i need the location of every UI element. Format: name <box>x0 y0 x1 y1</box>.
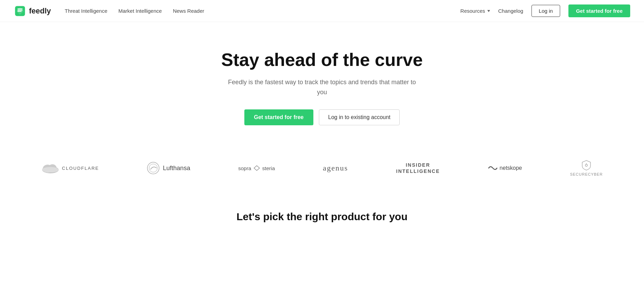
cloudflare-logo: CLOUDFLARE <box>41 163 99 173</box>
netskope-logo: netskope <box>488 165 522 172</box>
svg-point-6 <box>149 164 157 172</box>
logo-text: feedly <box>29 7 51 16</box>
logos-section: CLOUDFLARE Lufthansa sopra steria agenus… <box>0 146 644 197</box>
nav-news-reader[interactable]: News Reader <box>173 8 204 14</box>
sopra-steria-icon <box>253 165 260 171</box>
logo-link[interactable]: feedly <box>14 5 51 17</box>
navbar: feedly Threat Intelligence Market Intell… <box>0 0 644 22</box>
hero-heading: Stay ahead of the curve <box>221 50 423 70</box>
chevron-down-icon <box>487 10 490 12</box>
sopra-steria-name: sopra <box>238 165 251 171</box>
securecyber-logo: SECURECYBER <box>570 160 603 176</box>
sopra-steria-logo: sopra steria <box>238 165 275 171</box>
nav-right: Resources Changelog Log in Get started f… <box>460 4 630 17</box>
nav-market-intelligence[interactable]: Market Intelligence <box>118 8 162 14</box>
resources-label: Resources <box>460 8 485 14</box>
get-started-hero-button[interactable]: Get started for free <box>244 109 313 125</box>
netskope-icon <box>488 165 498 172</box>
resources-dropdown[interactable]: Resources <box>460 8 490 14</box>
lufthansa-name: Lufthansa <box>163 165 190 172</box>
bottom-heading: Let's pick the right product for you <box>14 211 630 223</box>
agenus-name: agenus <box>323 164 348 173</box>
nav-links: Threat Intelligence Market Intelligence … <box>65 8 204 14</box>
hero-subheading: Feedly is the fastest way to track the t… <box>225 77 419 97</box>
feedly-logo-icon <box>14 5 26 17</box>
cloudflare-name: CLOUDFLARE <box>62 166 99 171</box>
lufthansa-icon <box>147 162 159 174</box>
lufthansa-logo: Lufthansa <box>147 162 190 174</box>
nav-threat-intelligence[interactable]: Threat Intelligence <box>65 8 107 14</box>
hero-section: Stay ahead of the curve Feedly is the fa… <box>0 22 644 146</box>
netskope-name: netskope <box>500 165 522 171</box>
hero-buttons: Get started for free Log in to existing … <box>244 109 400 125</box>
changelog-link[interactable]: Changelog <box>498 8 524 14</box>
login-hero-button[interactable]: Log in to existing account <box>319 109 400 125</box>
svg-point-4 <box>42 167 59 173</box>
agenus-logo: agenus <box>323 164 348 173</box>
cloudflare-icon <box>41 163 59 173</box>
securecyber-name: SECURECYBER <box>570 172 603 176</box>
securecyber-icon <box>582 160 591 171</box>
bottom-section: Let's pick the right product for you <box>0 197 644 243</box>
insider-intelligence-name: INSIDERINTELLIGENCE <box>396 162 440 174</box>
insider-intelligence-logo: INSIDERINTELLIGENCE <box>396 162 440 174</box>
sopra-steria-name2: steria <box>262 165 275 171</box>
get-started-nav-button[interactable]: Get started for free <box>568 4 630 17</box>
login-button[interactable]: Log in <box>531 5 560 17</box>
svg-point-7 <box>585 164 587 166</box>
